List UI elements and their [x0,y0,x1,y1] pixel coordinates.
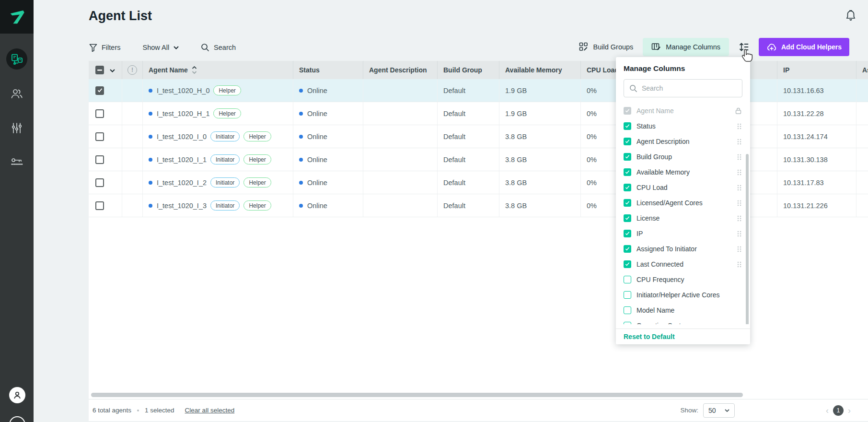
column-search-box[interactable] [624,79,742,97]
column-toggle-status[interactable]: Status [616,118,750,134]
column-toggle-last-connected[interactable]: Last Connected [616,257,750,272]
checkbox-icon[interactable] [624,184,631,191]
column-toggle-available-memory[interactable]: Available Memory [616,164,750,180]
checkbox-icon[interactable] [624,153,631,161]
reset-to-default-link[interactable]: Reset to Default [616,328,750,344]
column-toggle-initiator-helper-active-cores[interactable]: Initiator/Helper Active Cores [616,287,750,303]
manage-columns-button[interactable]: Manage Columns [643,38,729,56]
search-button[interactable]: Search [201,43,236,52]
memory-value: 3.8 GB [499,171,581,194]
sort-icon[interactable] [192,66,197,74]
drag-handle-icon[interactable] [737,200,741,206]
select-all-checkbox[interactable] [95,66,104,74]
badge-helper: Helper [243,200,271,211]
table-row[interactable]: I_test_1020_H_0Helper Online Default 1.9… [89,79,868,102]
row-height-icon [739,42,749,52]
header-agent-description[interactable]: Agent Description [363,61,438,79]
checkbox-icon[interactable] [624,276,631,283]
header-agent-name[interactable]: Agent Name [143,61,293,79]
checkbox-icon[interactable] [624,122,631,130]
panel-scrollbar[interactable] [746,154,749,324]
sidebar-item-license[interactable] [0,151,34,172]
column-toggle-agent-description[interactable]: Agent Description [616,134,750,149]
row-checkbox[interactable] [95,201,104,210]
next-page-button[interactable]: › [848,406,851,415]
show-all-dropdown[interactable]: Show All [142,44,179,51]
agent-list-page: { "header": { "title": "Agent List" }, "… [0,0,868,422]
checkbox-icon[interactable] [624,245,631,253]
column-toggle-cpu-load[interactable]: CPU Load [616,180,750,195]
status-value: Online [307,87,327,94]
current-page-badge[interactable]: 1 [833,405,844,416]
drag-handle-icon[interactable] [737,139,741,145]
incredibuild-logo[interactable] [0,0,34,34]
table-row[interactable]: I_test_1020_I_0InitiatorHelper Online De… [89,125,868,148]
column-toggle-operating-system[interactable]: Operating System [616,318,750,324]
table-row[interactable]: I_test_1020_I_1InitiatorHelper Online De… [89,148,868,171]
row-checkbox[interactable] [95,132,104,141]
notifications-button[interactable] [845,10,856,22]
sidebar-item-users[interactable] [0,83,34,104]
select-menu-button[interactable] [110,66,115,74]
header-available-memory[interactable]: Available Memory [499,61,581,79]
page-size-select[interactable]: 50 [703,403,735,418]
column-toggle-cpu-frequency[interactable]: CPU Frequency [616,272,750,287]
column-toggle-assigned-to-initiator[interactable]: Assigned To Initiator [616,241,750,257]
filters-button[interactable]: Filters [89,44,120,52]
horizontal-scrollbar[interactable] [91,393,743,397]
drag-handle-icon[interactable] [737,261,741,268]
table-row[interactable]: I_test_1020_H_1Helper Online Default 1.9… [89,102,868,125]
agent-name[interactable]: I_test_1020_I_1 [157,156,207,164]
row-alert-cell [122,79,143,102]
header-assigned-to-initiator[interactable]: Assigned To Initiator [856,61,868,79]
drag-handle-icon[interactable] [737,215,741,222]
table-row[interactable]: I_test_1020_I_2InitiatorHelper Online De… [89,171,868,194]
agent-name[interactable]: I_test_1020_H_1 [157,110,209,117]
checkbox-icon[interactable] [624,322,631,324]
drag-handle-icon[interactable] [737,246,741,252]
row-checkbox[interactable] [95,155,104,164]
clear-all-selected-link[interactable]: Clear all selected [185,407,235,414]
sidebar-item-settings[interactable] [0,117,34,139]
header-status[interactable]: Status [293,61,363,79]
header-build-group[interactable]: Build Group [438,61,499,79]
agent-name[interactable]: I_test_1020_I_0 [157,133,207,141]
checkbox-icon[interactable] [624,230,631,237]
row-checkbox[interactable] [95,109,104,118]
header-ip[interactable]: IP [777,61,856,79]
bell-icon [845,10,856,22]
drag-handle-icon[interactable] [737,154,741,160]
checkbox-icon[interactable] [624,214,631,222]
checkbox-icon[interactable] [624,199,631,207]
column-search-input[interactable] [642,84,737,92]
checkbox-icon[interactable] [624,168,631,176]
add-cloud-helpers-button[interactable]: Add Cloud Helpers [759,38,849,56]
agent-name[interactable]: I_test_1020_I_2 [157,179,207,187]
checkbox-icon[interactable] [624,260,631,268]
checkbox-icon[interactable] [624,306,631,314]
row-checkbox[interactable] [95,86,104,95]
build-groups-button[interactable]: Build Groups [579,42,634,52]
memory-value: 3.8 GB [499,148,581,171]
lock-icon [735,107,741,114]
drag-handle-icon[interactable] [737,231,741,237]
column-toggle-licensed-agent-cores[interactable]: Licensed/Agent Cores [616,195,750,211]
checkbox-icon[interactable] [624,291,631,299]
row-height-button[interactable] [739,42,749,52]
prev-page-button[interactable]: ‹ [826,406,829,415]
agent-name[interactable]: I_test_1020_I_3 [157,202,207,210]
checkbox-icon[interactable] [624,138,631,145]
drag-handle-icon[interactable] [737,185,741,191]
column-toggle-ip[interactable]: IP [616,226,750,241]
row-checkbox[interactable] [95,178,104,187]
table-row[interactable]: I_test_1020_I_3InitiatorHelper Online De… [89,194,868,217]
column-toggle-license[interactable]: License [616,211,750,226]
column-toggle-build-group[interactable]: Build Group [616,149,750,164]
drag-handle-icon[interactable] [737,123,741,129]
user-avatar[interactable] [9,387,25,403]
manage-columns-icon [651,43,661,51]
sidebar-item-agents[interactable] [0,48,34,70]
column-toggle-model-name[interactable]: Model Name [616,303,750,318]
agent-name[interactable]: I_test_1020_H_0 [157,87,209,94]
drag-handle-icon[interactable] [737,169,741,176]
